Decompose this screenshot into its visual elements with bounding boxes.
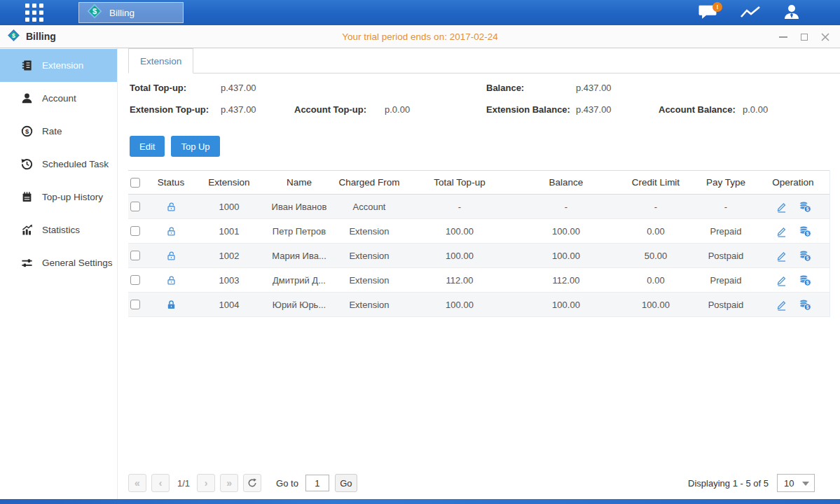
- sidebar-item-label: Rate: [42, 126, 62, 136]
- billing-title-icon: $: [7, 29, 20, 45]
- row-name: Юрий Юрь...: [263, 300, 336, 310]
- select-all-checkbox[interactable]: [130, 178, 140, 188]
- row-checkbox[interactable]: [130, 202, 140, 211]
- sidebar-item-topup-history[interactable]: Top-up History: [0, 181, 117, 214]
- account-balance-value: p.0.00: [743, 104, 768, 115]
- row-checkbox[interactable]: [130, 251, 140, 260]
- refresh-button[interactable]: [243, 474, 261, 492]
- extension-balance-value: p.437.00: [576, 104, 612, 115]
- table-row: 1000 Иван Иванов Account - - - - $: [128, 195, 829, 219]
- row-charged-from: Account: [336, 202, 403, 212]
- account-topup-label: Account Top-up:: [294, 104, 366, 115]
- total-topup-label: Total Top-up:: [130, 83, 186, 93]
- top-up-row-icon[interactable]: $: [799, 225, 811, 237]
- row-extension: 1003: [195, 275, 263, 286]
- col-name: Name: [263, 177, 336, 188]
- row-total-topup: -: [403, 202, 516, 212]
- maximize-button[interactable]: [799, 32, 809, 42]
- sidebar-item-label: Extension: [42, 60, 83, 71]
- sidebar-item-label: Scheduled Task: [42, 159, 109, 169]
- top-up-row-icon[interactable]: $: [799, 201, 811, 213]
- row-name: Дмитрий Д...: [263, 275, 336, 286]
- sidebar-item-rate[interactable]: $ Rate: [0, 115, 117, 148]
- window-title: Billing: [26, 31, 56, 42]
- rate-dollar-icon: $: [21, 125, 33, 137]
- billing-app-window: $ Billing !: [0, 0, 840, 504]
- close-button[interactable]: [820, 32, 830, 42]
- pagination-bar: « ‹ 1/1 › » Go to Go Displaying 1 - 5 of…: [128, 467, 830, 499]
- bottom-edge-bar: [0, 499, 840, 504]
- messages-icon[interactable]: !: [696, 0, 719, 25]
- edit-row-icon[interactable]: [776, 274, 787, 286]
- row-credit-limit: 0.00: [616, 226, 696, 237]
- top-up-button[interactable]: Top Up: [171, 136, 219, 157]
- status-lock-icon[interactable]: [146, 275, 195, 286]
- next-page-button[interactable]: ›: [197, 474, 215, 492]
- row-pay-type: Prepaid: [696, 226, 756, 237]
- topup-history-notepad-icon: [21, 191, 33, 203]
- sidebar-item-statistics[interactable]: Statistics: [0, 214, 117, 246]
- minimize-button[interactable]: [778, 32, 788, 42]
- go-button[interactable]: Go: [335, 474, 357, 492]
- status-lock-icon[interactable]: [146, 300, 195, 310]
- user-account-icon[interactable]: [780, 0, 804, 25]
- row-pay-type: Postpaid: [696, 251, 756, 261]
- go-to-page-input[interactable]: [305, 475, 329, 491]
- edit-row-icon[interactable]: [776, 225, 787, 237]
- general-settings-sliders-icon: [21, 257, 33, 269]
- svg-text:$: $: [92, 7, 97, 15]
- row-checkbox[interactable]: [130, 226, 140, 236]
- table-row: 1003 Дмитрий Д... Extension 112.00 112.0…: [128, 268, 829, 293]
- row-credit-limit: 0.00: [616, 275, 696, 286]
- edit-row-icon[interactable]: [776, 250, 787, 262]
- sidebar-item-extension[interactable]: Extension: [0, 49, 117, 82]
- top-up-row-icon[interactable]: $: [799, 250, 811, 262]
- page-size-select[interactable]: 10: [777, 474, 815, 492]
- row-charged-from: Extension: [336, 275, 403, 286]
- table-header-row: Status Extension Name Charged From Total…: [128, 170, 829, 195]
- sidebar-item-scheduled-task[interactable]: Scheduled Task: [0, 148, 117, 181]
- extension-balance-label: Extension Balance:: [486, 104, 570, 115]
- edit-row-icon[interactable]: [776, 299, 787, 311]
- prev-page-button[interactable]: ‹: [151, 474, 170, 492]
- app-tab-billing[interactable]: $ Billing: [78, 2, 184, 23]
- row-balance: 100.00: [516, 300, 616, 310]
- top-up-row-icon[interactable]: $: [799, 299, 811, 311]
- main-content: Extension Total Top-up: p.437.00 Balance…: [118, 48, 840, 499]
- notification-badge: !: [712, 2, 722, 12]
- resource-monitor-icon[interactable]: [738, 0, 762, 25]
- first-page-button[interactable]: «: [128, 474, 146, 492]
- col-credit-limit: Credit Limit: [616, 177, 696, 188]
- last-page-button[interactable]: »: [220, 474, 238, 492]
- status-lock-icon[interactable]: [146, 202, 195, 212]
- extension-topup-label: Extension Top-up:: [130, 104, 209, 115]
- col-charged-from: Charged From: [336, 177, 403, 188]
- balance-label: Balance:: [486, 83, 524, 93]
- edit-button[interactable]: Edit: [130, 136, 165, 157]
- row-checkbox[interactable]: [130, 300, 140, 309]
- col-total-topup: Total Top-up: [403, 177, 516, 188]
- apps-grid-icon[interactable]: [25, 4, 45, 22]
- row-pay-type: Prepaid: [696, 275, 756, 286]
- sidebar-item-account[interactable]: Account: [0, 82, 117, 115]
- refresh-icon: [247, 478, 257, 488]
- col-operation: Operation: [756, 177, 830, 188]
- billing-summary: Total Top-up: p.437.00 Balance: p.437.00…: [128, 83, 830, 119]
- svg-text:$: $: [806, 206, 808, 212]
- page-size-value: 10: [784, 478, 794, 489]
- window-controls: [778, 25, 830, 48]
- top-up-row-icon[interactable]: $: [799, 274, 811, 286]
- row-charged-from: Extension: [336, 300, 403, 310]
- status-lock-icon[interactable]: [146, 251, 195, 261]
- row-extension: 1002: [195, 251, 263, 261]
- sidebar-item-general-settings[interactable]: General Settings: [0, 246, 117, 279]
- status-lock-icon[interactable]: [146, 226, 195, 237]
- tab-extension[interactable]: Extension: [128, 48, 193, 74]
- row-charged-from: Extension: [336, 226, 403, 237]
- svg-text:$: $: [12, 31, 15, 38]
- balance-value: p.437.00: [576, 83, 612, 93]
- extension-topup-value: p.437.00: [221, 104, 256, 115]
- row-checkbox[interactable]: [130, 275, 140, 285]
- edit-row-icon[interactable]: [776, 201, 787, 213]
- col-pay-type: Pay Type: [696, 177, 756, 188]
